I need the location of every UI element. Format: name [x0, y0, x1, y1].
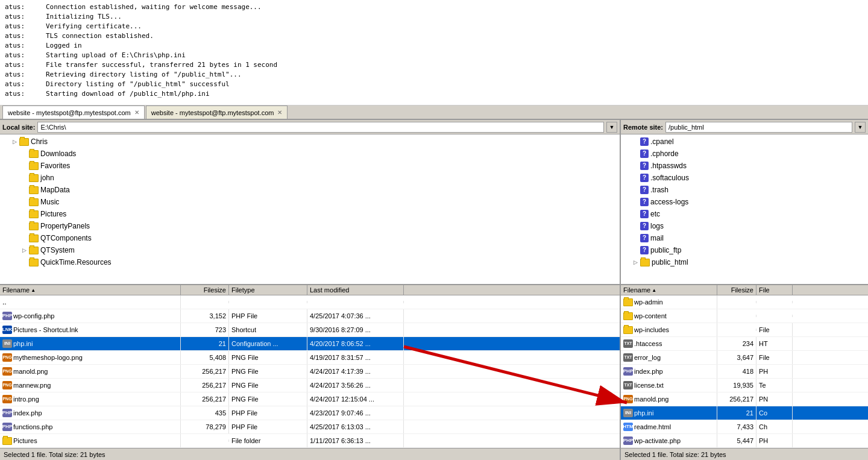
local-file-row[interactable]: PNGmannew.png256,217PNG File4/24/2017 3:… — [0, 379, 620, 392]
log-row: atus:Directory listing of "/public_html"… — [5, 80, 863, 89]
remote-tree-item[interactable]: ?.cpanel — [621, 136, 868, 148]
local-file-row[interactable]: PNGmanold.png256,217PNG File4/24/2017 4:… — [0, 365, 620, 379]
remote-file-row[interactable]: PHPindex.php418PH — [621, 365, 868, 379]
local-site-dropdown[interactable]: ▼ — [606, 122, 617, 133]
remote-tree-item[interactable]: ?access-logs — [621, 196, 868, 208]
remote-file-row[interactable]: PNGmanold.png256,217PN — [621, 392, 868, 406]
remote-file-row[interactable]: TXTerror_log3,647File — [621, 351, 868, 365]
local-tree-item[interactable]: Pictures — [0, 208, 620, 220]
remote-tree-item[interactable]: ?etc — [621, 208, 868, 220]
tab-1[interactable]: website - mytestspot@ftp.mytestspot.com✕ — [146, 106, 288, 119]
log-row: atus:Starting download of /public_html/p… — [5, 89, 863, 99]
local-tree-item[interactable]: QTComponents — [0, 232, 620, 244]
local-file-row[interactable]: PHPindex.php435PHP File4/23/2017 9:07:46… — [0, 406, 620, 420]
remote-file-row[interactable]: wp-includesFile — [621, 323, 868, 337]
local-status-bar: Selected 1 file. Total size: 21 bytes — [0, 448, 620, 460]
local-file-row[interactable]: PicturesFile folder1/11/2017 6:36:13 ... — [0, 434, 620, 448]
local-tree-item[interactable]: ▷Chris — [0, 136, 620, 148]
local-col-filesize[interactable]: Filesize — [181, 285, 229, 295]
log-area: atus:Connection established, waiting for… — [0, 0, 868, 106]
remote-tree[interactable]: ?.cpanel?.cphorde?.htpasswds?.softaculou… — [621, 134, 868, 285]
local-tree-item[interactable]: john — [0, 172, 620, 184]
remote-tree-item[interactable]: ?logs — [621, 220, 868, 232]
remote-site-dropdown[interactable]: ▼ — [855, 122, 866, 133]
local-file-list-header: Filename ▲ Filesize Filetype Last modifi… — [0, 285, 620, 295]
local-site-bar: Local site: ▼ — [0, 120, 620, 134]
remote-file-list-header: Filename ▲ Filesize File — [621, 285, 868, 295]
remote-file-row[interactable]: PHPwp-activate.php5,447PH — [621, 434, 868, 448]
local-file-row[interactable]: PNGmythemeshop-logo.png5,408PNG File4/19… — [0, 351, 620, 365]
remote-file-list[interactable]: Filename ▲ Filesize File wp-adminwp-cont… — [621, 285, 868, 448]
tabs-bar: website - mytestspot@ftp.mytestspot.com✕… — [0, 106, 868, 120]
remote-file-row[interactable]: HTMreadme.html7,433Ch — [621, 420, 868, 434]
local-file-list[interactable]: Filename ▲ Filesize Filetype Last modifi… — [0, 285, 620, 448]
local-tree-item[interactable]: ▷QTSystem — [0, 244, 620, 256]
local-col-filename[interactable]: Filename ▲ — [0, 285, 181, 295]
tab-close-1[interactable]: ✕ — [277, 109, 282, 116]
remote-status-bar: Selected 1 file. Total size: 21 bytes — [621, 448, 868, 460]
remote-site-bar: Remote site: ▼ — [621, 120, 868, 134]
remote-tree-item[interactable]: ?.softaculous — [621, 172, 868, 184]
tab-close-0[interactable]: ✕ — [134, 109, 139, 116]
remote-tree-item[interactable]: ▷public_html — [621, 256, 868, 268]
remote-file-row[interactable]: wp-content — [621, 309, 868, 323]
remote-file-row[interactable]: TXTlicense.txt19,935Te — [621, 379, 868, 392]
remote-col-filetype[interactable]: File — [756, 285, 793, 295]
remote-col-filename[interactable]: Filename ▲ — [621, 285, 717, 295]
remote-status-text: Selected 1 file. Total size: 21 bytes — [624, 451, 726, 458]
remote-tree-item[interactable]: ?mail — [621, 232, 868, 244]
remote-col-filesize[interactable]: Filesize — [717, 285, 756, 295]
local-status-text: Selected 1 file. Total size: 21 bytes — [4, 451, 105, 458]
remote-tree-item[interactable]: ?.cphorde — [621, 148, 868, 160]
local-col-last-modified[interactable]: Last modified — [307, 285, 404, 295]
log-row: atus:Initializing TLS... — [5, 12, 863, 22]
log-row: atus:Retrieving directory listing of "/p… — [5, 70, 863, 80]
local-file-row[interactable]: PNGintro.png256,217PNG File4/24/2017 12:… — [0, 392, 620, 406]
log-row: atus:Verifying certificate... — [5, 22, 863, 31]
remote-file-row[interactable]: wp-admin — [621, 295, 868, 309]
tab-0[interactable]: website - mytestspot@ftp.mytestspot.com✕ — [2, 106, 145, 119]
local-col-filetype[interactable]: Filetype — [229, 285, 307, 295]
log-row: atus:Starting upload of E:\Chris\php.ini — [5, 51, 863, 60]
local-file-row[interactable]: .. — [0, 295, 620, 309]
local-tree-item[interactable]: Downloads — [0, 148, 620, 160]
remote-file-row[interactable]: INIphp.ini21Co — [621, 406, 868, 420]
local-tree-item[interactable]: Music — [0, 196, 620, 208]
remote-site-input[interactable] — [665, 122, 852, 133]
local-file-row[interactable]: LNKPictures - Shortcut.lnk723Shortcut9/3… — [0, 323, 620, 337]
local-file-row[interactable]: PHPfunctions.php78,279PHP File4/25/2017 … — [0, 420, 620, 434]
remote-tree-item[interactable]: ?.htpasswds — [621, 160, 868, 172]
local-tree-item[interactable]: Favorites — [0, 160, 620, 172]
local-tree[interactable]: ▷ChrisDownloadsFavoritesjohnMapDataMusic… — [0, 134, 620, 285]
local-site-input[interactable] — [37, 122, 604, 133]
log-row: atus:Logged in — [5, 41, 863, 51]
local-file-row[interactable]: INIphp.ini21Configuration ...4/20/2017 8… — [0, 337, 620, 351]
remote-file-row[interactable]: TXT.htaccess234HT — [621, 337, 868, 351]
remote-tree-item[interactable]: ?.trash — [621, 184, 868, 196]
local-tree-item[interactable]: PropertyPanels — [0, 220, 620, 232]
remote-site-label: Remote site: — [623, 124, 663, 131]
local-site-label: Local site: — [2, 124, 35, 131]
local-file-row[interactable]: PHPwp-config.php3,152PHP File4/25/2017 4… — [0, 309, 620, 323]
remote-tree-item[interactable]: ?public_ftp — [621, 244, 868, 256]
log-row: atus:File transfer successful, transferr… — [5, 60, 863, 70]
log-row: atus:Connection established, waiting for… — [5, 2, 863, 12]
local-tree-item[interactable]: MapData — [0, 184, 620, 196]
log-row: atus:TLS connection established. — [5, 31, 863, 41]
local-tree-item[interactable]: QuickTime.Resources — [0, 256, 620, 268]
